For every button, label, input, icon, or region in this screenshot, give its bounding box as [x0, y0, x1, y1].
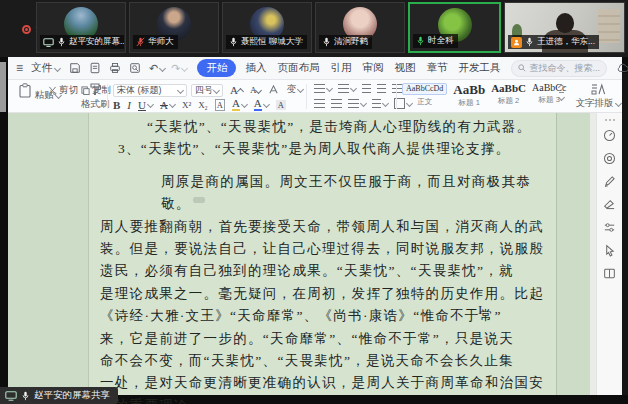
participant-tile-active-speaker[interactable]: 时全科 — [408, 2, 501, 53]
participant-name: 清涧野鹤 — [334, 36, 368, 48]
search-placeholder: 查找命令、搜索... — [529, 62, 600, 75]
save-icon[interactable] — [69, 62, 81, 74]
mic-icon — [525, 37, 534, 47]
italic-button[interactable]: I — [127, 99, 131, 111]
decrease-font-icon[interactable]: A — [250, 85, 262, 95]
sync-status[interactable]: 未同步 — [617, 61, 628, 75]
style-heading2[interactable]: AaBbC 标题 2 — [491, 83, 526, 106]
participant-name: 华师大 — [148, 36, 174, 48]
format-painter-button[interactable]: 格式刷 — [81, 83, 110, 111]
superscript-button[interactable]: X² — [182, 100, 191, 110]
text-layout-button[interactable]: 文字排版 — [574, 83, 622, 110]
adjust-icon[interactable] — [603, 221, 616, 234]
char-border-button[interactable]: A — [215, 99, 225, 111]
styles-gallery-stepper[interactable] — [559, 85, 564, 100]
tab-dev-tools[interactable]: 开发工具 — [458, 61, 500, 75]
align-center-icon[interactable] — [331, 99, 342, 108]
screen-share-icon — [43, 38, 54, 47]
participant-tile[interactable]: 华师大 — [129, 2, 219, 53]
doc-line: 装。但是，要说法自己，让自己心理过得去，同时说服友邦，说服殷 — [100, 238, 552, 260]
line-spacing-button[interactable] — [348, 99, 366, 108]
font-size-select[interactable]: 四号 — [191, 84, 223, 97]
window-edge-grip — [0, 62, 6, 112]
hamburger-menu-icon[interactable]: ≡ — [16, 61, 23, 75]
font-name-select[interactable]: 宋体 (标题) — [113, 84, 187, 97]
document-canvas[interactable]: “天棐忱”、“天畏棐忱”，是击垮商人心理防线的有力武器。 3、“天棐忱”、“天畏… — [8, 113, 590, 395]
page-edge-right — [556, 113, 557, 395]
redo-chevron-icon[interactable] — [181, 64, 188, 71]
participant-label: 华师大 — [133, 35, 178, 49]
locate-icon[interactable] — [603, 152, 616, 165]
participant-tile[interactable]: 聂熙恒 聊城大学 — [222, 2, 312, 53]
search-icon — [518, 64, 526, 72]
participant-name: 王进德，华东... — [537, 36, 595, 48]
bold-button[interactable]: B — [113, 99, 120, 111]
tab-home[interactable]: 开始 — [197, 59, 236, 77]
style-heading1[interactable]: AaBb 标题 1 — [453, 83, 485, 108]
cut-button[interactable]: 剪切 — [48, 84, 78, 96]
cursor-icon[interactable] — [603, 244, 616, 257]
participant-tile[interactable]: 清涧野鹤 — [315, 2, 405, 53]
char-shading-button[interactable]: A — [276, 100, 286, 110]
text-layout-icon — [591, 83, 605, 95]
format-painter-label: 格式刷 — [81, 98, 110, 111]
change-case-button[interactable]: 变 — [286, 83, 303, 96]
screen-share-right-edge — [622, 73, 628, 404]
participant-label: 时全科 — [413, 34, 458, 48]
panel-more-icon[interactable] — [605, 119, 615, 121]
redo-icon[interactable]: ↷ — [171, 62, 180, 75]
mic-icon — [322, 37, 331, 47]
print-preview-icon[interactable] — [129, 62, 141, 74]
wps-menu-bar: ≡ 文件 ↶ ↷ 开始 插入 页面布局 引用 审阅 视图 章节 开发工具 查找命… — [8, 57, 622, 80]
eraser-icon[interactable] — [603, 198, 616, 211]
align-left-icon[interactable] — [314, 99, 325, 108]
shading-button[interactable] — [372, 99, 388, 108]
doc-line: 周原是商的属国。周文王不仅臣服于商，而且对商极其恭敬。 — [100, 171, 552, 216]
pen-icon[interactable] — [603, 175, 616, 188]
screen-share-banner[interactable]: 赵平安的屏幕共享 — [0, 387, 118, 404]
file-menu-chevron-icon[interactable] — [54, 64, 61, 71]
decrease-indent-button[interactable] — [362, 84, 371, 93]
style-normal[interactable]: AaBbCcDd 正文 — [402, 83, 447, 107]
underline-button[interactable]: U — [138, 99, 153, 111]
tab-view[interactable]: 视图 — [394, 61, 415, 75]
tab-page-layout[interactable]: 页面布局 — [277, 61, 319, 75]
search-input[interactable]: 查找命令、搜索... — [511, 60, 607, 77]
participant-label: 王进德，华东... — [508, 35, 599, 49]
doc-line: “天棐忱”、“天畏棐忱”，是击垮商人心理防线的有力武器。 — [100, 116, 552, 138]
doc-line: 一处，是对天命更清晰更准确的认识，是周人关于商周革命和治国安 — [100, 372, 552, 394]
undo-icon[interactable]: ↶ — [149, 62, 158, 75]
tab-review[interactable]: 审阅 — [362, 61, 383, 75]
participant-tile-video[interactable]: 王进德，华东... — [504, 2, 625, 53]
subscript-button[interactable]: X₂ — [198, 100, 208, 110]
undo-chevron-icon[interactable] — [159, 64, 166, 71]
numbered-list-button[interactable] — [338, 84, 356, 93]
increase-font-icon[interactable]: A — [230, 84, 243, 96]
doc-line: 邦的重要理论。 — [100, 395, 552, 404]
file-menu[interactable]: 文件 — [31, 61, 52, 75]
tab-insert[interactable]: 插入 — [245, 61, 266, 75]
read-mode-icon[interactable] — [603, 267, 616, 280]
wps-ribbon: 粘贴 剪切 复制 格式刷 宋体 (标题) 四号 A A 变 B I U A X²… — [8, 80, 622, 113]
doc-line: 是理论成果之一。毫无疑问，在周初，发挥了独特的历史作用。比起 — [100, 283, 552, 305]
tab-references[interactable]: 引用 — [330, 61, 351, 75]
bullet-list-button[interactable] — [314, 84, 332, 93]
cut-label: 剪切 — [59, 84, 78, 96]
strikethrough-button[interactable]: A — [160, 99, 175, 111]
participant-name: 赵平安的屏幕... — [69, 36, 124, 48]
tab-section[interactable]: 章节 — [426, 61, 447, 75]
doc-line: 周人要推翻商朝，首先要接受天命，带领周人和与国，消灭商人的武 — [100, 216, 552, 238]
participant-tile[interactable]: 赵平安的屏幕... — [36, 2, 126, 53]
export-pdf-icon[interactable] — [89, 62, 101, 74]
print-icon[interactable] — [109, 62, 121, 74]
document-text[interactable]: “天棐忱”、“天畏棐忱”，是击垮商人心理防线的有力武器。 3、“天棐忱”、“天畏… — [100, 116, 552, 404]
help-icon[interactable] — [603, 129, 616, 142]
format-painter-icon — [89, 83, 101, 96]
screen-share-icon — [5, 391, 17, 401]
highlight-color-button[interactable]: A — [232, 98, 247, 111]
increase-indent-button[interactable] — [377, 84, 386, 93]
text-effects-icon[interactable] — [268, 84, 279, 95]
meeting-top-bar: 录制中 赵平安的屏幕... 华师大 聂熙恒 聊城大学 清涧野鹤 — [0, 0, 628, 57]
font-color-button[interactable]: A — [254, 98, 269, 111]
text-cursor: I — [478, 302, 482, 318]
